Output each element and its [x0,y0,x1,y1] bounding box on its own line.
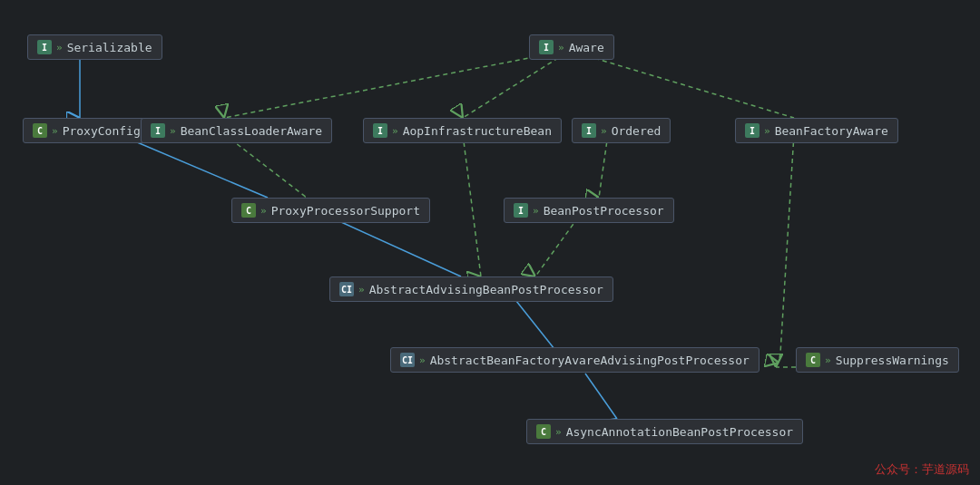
svg-line-18 [779,354,780,363]
badge-aware: I [539,40,554,54]
icon-proxyconfig: » [52,125,58,137]
badge-asyncannotation: C [536,424,551,439]
node-aware[interactable]: I » Aware [529,34,614,60]
icon-aware: » [558,42,564,53]
icon-beanclassloaderaware: » [170,125,176,137]
badge-serializable: I [37,40,52,54]
badge-proxyconfig: C [33,123,47,138]
badge-suppresswarnings: C [806,353,820,367]
svg-line-12 [331,218,461,276]
svg-line-21 [585,373,617,419]
icon-beanfactoryaware: » [764,125,770,137]
node-suppresswarnings[interactable]: C » SuppressWarnings [796,347,959,373]
label-proxyconfig: ProxyConfig [63,124,141,138]
node-ordered[interactable]: I » Ordered [572,118,671,143]
label-aware: Aware [569,41,604,54]
badge-aopinfrastructurebean: I [373,123,387,138]
svg-line-14 [535,218,578,276]
node-serializable[interactable]: I » Serializable [27,34,162,60]
icon-abstractbeanfactoryaware: » [419,354,426,366]
label-proxyprocessorsupport: ProxyProcessorSupport [271,204,420,218]
badge-proxyprocessorsupport: C [241,203,256,218]
icon-beanpostprocessor: » [533,205,539,217]
icon-abstractadvising: » [358,284,365,296]
badge-abstractadvising: CI [339,282,354,296]
label-abstractbeanfactoryaware: AbstractBeanFactoryAvareAdvisingPostProc… [430,354,750,367]
label-beanfactoryaware: BeanFactoryAware [775,124,888,138]
connections-svg [0,0,980,485]
badge-beanclassloaderaware: I [151,123,165,138]
svg-line-8 [463,53,565,118]
icon-ordered: » [601,125,607,137]
node-asyncannotationbeanpostprocessor[interactable]: C » AsyncAnnotationBeanPostProcessor [526,419,803,444]
node-abstractbeanfactoryawareadvisingpostprocessor[interactable]: CI » AbstractBeanFactoryAvareAdvisingPos… [390,347,760,373]
node-proxyconfig[interactable]: C » ProxyConfig [23,118,151,143]
icon-aopinfrastructurebean: » [392,125,398,137]
label-asyncannotation: AsyncAnnotationBeanPostProcessor [566,425,793,439]
label-beanpostprocessor: BeanPostProcessor [544,204,664,218]
label-abstractadvising: AbstractAdvisingBeanPostProcessor [369,283,603,296]
svg-line-13 [463,134,481,276]
svg-line-7 [224,53,552,118]
node-beanfactoryaware[interactable]: I » BeanFactoryAware [735,118,898,143]
node-beanpostprocessor[interactable]: I » BeanPostProcessor [504,198,674,223]
icon-asyncannotation: » [555,426,562,438]
node-beanclassloaderaware[interactable]: I » BeanClassLoaderAware [141,118,332,143]
icon-proxyprocessorsupport: » [260,205,267,217]
node-proxyprocessorsupport[interactable]: C » ProxyProcessorSupport [231,198,430,223]
svg-line-10 [118,134,268,198]
svg-line-16 [513,296,558,354]
icon-suppresswarnings: » [825,354,831,366]
node-aopinfrastructurebean[interactable]: I » AopInfrastructureBean [363,118,562,143]
badge-beanfactoryaware: I [745,123,760,138]
label-suppresswarnings: SuppressWarnings [836,354,949,367]
badge-ordered: I [582,123,596,138]
diagram-container: I » Serializable I » Aware C » ProxyConf… [0,0,980,485]
label-ordered: Ordered [612,124,662,138]
badge-beanpostprocessor: I [514,203,528,218]
svg-line-9 [579,53,794,118]
badge-abstractbeanfactoryaware: CI [400,353,415,367]
label-aopinfrastructurebean: AopInfrastructureBean [403,124,552,138]
watermark: 公众号：芋道源码 [875,461,969,478]
svg-line-15 [599,134,608,198]
label-beanclassloaderaware: BeanClassLoaderAware [181,124,323,138]
node-abstractadvisingbeanpostprocessor[interactable]: CI » AbstractAdvisingBeanPostProcessor [329,276,613,302]
svg-line-17 [780,134,794,354]
icon-serializable: » [56,42,63,53]
svg-line-11 [224,134,307,198]
label-serializable: Serializable [67,41,152,54]
